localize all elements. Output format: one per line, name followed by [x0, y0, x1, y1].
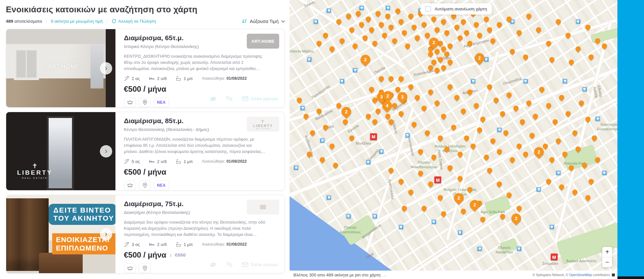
old-price: €550 [175, 252, 185, 258]
auto-refresh-checkbox[interactable] [425, 6, 431, 12]
next-photo-button[interactable]: › [100, 62, 112, 75]
favorite-list-icon [226, 96, 233, 101]
zoom-in-button[interactable]: + [602, 247, 612, 257]
next-photo-button[interactable]: › [100, 145, 112, 157]
transit-stop-icon [359, 6, 364, 11]
agent-pin-icon [143, 100, 147, 105]
transit-stop-icon [563, 79, 567, 84]
transit-stop-icon [582, 87, 587, 92]
next-photo-button[interactable]: › [100, 228, 112, 240]
stairs-icon [124, 242, 129, 247]
auto-refresh-toggle[interactable]: Αυτόματη ανανέωση χάρτη [421, 3, 492, 15]
transit-stop-icon [320, 138, 325, 143]
hide-listing-button[interactable] [210, 262, 216, 267]
transit-stop-icon [399, 225, 403, 230]
page-title: Ενοικιάσεις κατοικιών με αναζήτηση στο χ… [6, 5, 290, 15]
listing-photo[interactable]: ⌂ ART.HOME › [6, 29, 115, 107]
hide-listing-button[interactable] [210, 96, 216, 101]
transit-stop-icon [549, 225, 554, 230]
listing-description: Διαμέρισμα 3ου ορόφου ενοικιάζεται στο κ… [124, 219, 266, 238]
liberty-figure-icon: ✝ [17, 163, 53, 169]
card-actions: Στείλε μήνυμα [210, 262, 278, 267]
transit-stop-icon [366, 160, 371, 165]
envelope-icon [242, 96, 248, 101]
photo-video-banner: ΔΕΙΤΕ ΒΙΝΤΕΟ ΤΟΥ ΑΚΙΝΗΤΟΥ [49, 204, 115, 225]
map-zoom-control: + − [602, 247, 612, 267]
listing-card[interactable]: ✝ LIBERTY REAL ESTATE › Διαμέρισμα, 85τ.… [6, 112, 285, 191]
photo-table [39, 253, 83, 273]
listing-card[interactable]: ⌂ ART.HOME › Διαμέρισμα, 65τ.μ. ART.HOME… [6, 29, 285, 108]
floor-stat: 3 ος [124, 242, 140, 247]
agent-badge[interactable] [139, 98, 151, 107]
refresh-icon [112, 19, 116, 24]
agency-logo [247, 200, 279, 215]
bedrooms-stat: 2 υ/δ [149, 242, 167, 247]
zoom-out-button[interactable]: − [602, 257, 612, 267]
transit-stop-icon [327, 8, 331, 13]
transit-stop-icon [576, 19, 580, 24]
photo-watermark: ⌂ ART.HOME [42, 64, 79, 70]
premium-badge[interactable] [124, 98, 136, 107]
agency-logo: ART.HOME [247, 34, 279, 49]
updated-date: Ανανεώθηκε: 01/08/2022 [202, 242, 247, 247]
transit-stop-icon [353, 68, 358, 73]
location-badge[interactable] [139, 263, 151, 273]
favorite-list-icon [226, 262, 233, 267]
transit-stop-icon [477, 247, 482, 251]
listing-details: Διαμέρισμα, 65τ.μ. ART.HOME Ιστορικό Κέν… [115, 29, 284, 107]
transit-stop-icon [372, 214, 377, 219]
right-blue-strip [617, 0, 644, 279]
transit-stop-icon [327, 195, 331, 200]
listing-description: ΠΛΑΤΕΙΑ ΑΝΤΙΓΟΝΙΔΩΝ, ενοικιάζεται διαμέρ… [124, 136, 266, 155]
switch-to-sale-link[interactable]: Αλλαγή σε Πώληση [112, 19, 156, 24]
price-row: €500 / μήνα ↓ €550 [124, 250, 279, 260]
photo-watermark: ✝ LIBERTY REAL ESTATE [17, 163, 53, 179]
listing-price: €500 / μήνα [124, 85, 166, 94]
send-message-button[interactable]: Στείλε μήνυμα [242, 96, 278, 101]
save-to-list-button[interactable] [226, 262, 233, 267]
sort-control[interactable]: Αύξουσα Τιμή [242, 18, 285, 24]
transit-stop-icon [307, 57, 312, 62]
bedrooms-stat: 2 υ/δ [149, 76, 167, 81]
map-street-grid [290, 0, 617, 271]
metro-station-icon: M [551, 254, 557, 261]
listing-details: Διαμέρισμα, 85τ.μ. ✝LIBERTYREAL ESTATE Κ… [115, 112, 284, 190]
reduced-price-link[interactable]: 9 ακίνητα με μειωμένη τιμή [51, 19, 103, 24]
transit-stop-icon [386, 6, 390, 11]
transit-stop-icon [595, 117, 600, 122]
metro-station-icon: M [370, 133, 377, 140]
new-badge: ΝΕΑ [154, 180, 169, 190]
new-badge: ΝΕΑ [154, 98, 169, 107]
crown-icon [127, 183, 133, 187]
listing-card[interactable]: ΔΕΙΤΕ ΒΙΝΤΕΟ ΤΟΥ ΑΚΙΝΗΤΟΥ ΕΝΟΙΚΙΑΖΕΤΑΙ Ε… [6, 195, 285, 273]
crown-icon [127, 100, 133, 104]
badges-row: ΝΕΑ [124, 180, 279, 190]
transit-stop-icon [497, 127, 502, 132]
transit-stop-icon [556, 171, 561, 176]
premium-badge[interactable] [124, 180, 136, 190]
transit-stop-icon [313, 19, 318, 24]
listing-photo[interactable]: ΔΕΙΤΕ ΒΙΝΤΕΟ ΤΟΥ ΑΚΙΝΗΤΟΥ ΕΝΟΙΚΙΑΖΕΤΑΙ Ε… [6, 195, 115, 273]
save-to-list-button[interactable] [226, 96, 233, 101]
premium-badge[interactable] [124, 263, 136, 273]
updated-date: Ανανεώθηκε: 01/08/2022 [202, 159, 247, 164]
transit-stop-icon [405, 133, 410, 138]
map-viewport[interactable]: Σαχίνηπλατεία ΜαβίληΒαρδάρηΚάρλη Μουράτ … [290, 0, 617, 271]
transit-stop-icon [536, 187, 541, 192]
photo-window [14, 48, 39, 80]
chevron-down-icon [281, 20, 285, 23]
listing-price: €500 / μήνα [124, 250, 166, 260]
send-message-button[interactable]: Στείλε μήνυμα [242, 262, 278, 267]
attribution-flag-icon[interactable] [612, 273, 615, 276]
location-badge[interactable] [139, 180, 151, 190]
listing-photo[interactable]: ✝ LIBERTY REAL ESTATE › [6, 112, 115, 190]
osm-link[interactable]: OpenStreetMap [569, 273, 592, 277]
bedrooms-stat: 2 υ/δ [149, 159, 167, 164]
map-panel: Σαχίνηπλατεία ΜαβίληΒαρδάρηΚάρλη Μουράτ … [290, 0, 617, 279]
results-toolbar: 489 αποτελέσματα 9 ακίνητα με μειωμένη τ… [6, 18, 290, 24]
card-actions: Στείλε μήνυμα [210, 96, 278, 101]
stairs-icon [124, 159, 129, 164]
metro-station-icon: M [434, 177, 441, 183]
chevron-down-icon[interactable]: ⌄ [384, 273, 387, 277]
divider [107, 19, 107, 24]
